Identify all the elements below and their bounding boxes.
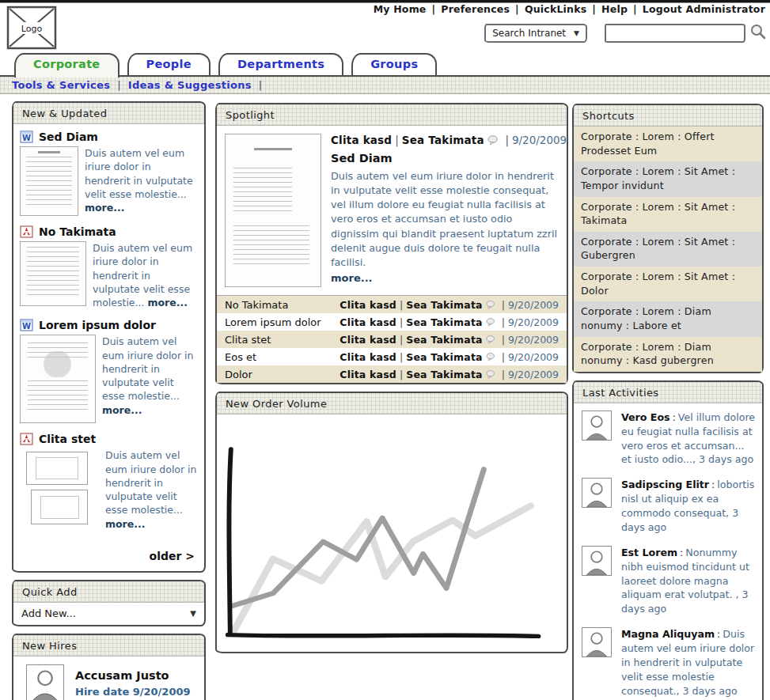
list-item: Magna Aliquyam:Duis autem vel eum iriure… [574,620,762,700]
nav-logout-administrator[interactable]: Logout Administrator [643,3,765,15]
row-title-link[interactable]: Eos et [225,351,256,363]
tab-people[interactable]: People [127,53,211,75]
more-link[interactable]: more... [331,272,373,284]
comment-icon[interactable] [486,318,495,327]
row-author: Clita kasd [339,334,396,346]
tab-corporate[interactable]: Corporate [14,53,119,78]
article-heading[interactable]: Sed Diam [331,152,559,165]
article-body: Duis autem vel eum iriure dolor in hendr… [331,169,559,270]
document-thumbnail[interactable] [20,146,78,216]
add-new-dropdown[interactable]: Add New... ▼ [13,603,204,625]
meta-separator: | [502,334,505,346]
last-activities-panel: Last Activities Vero Eos:Vel illum dolor… [572,380,764,700]
tab-departments[interactable]: Departments [218,53,343,75]
row-source: Sea Takimata [406,299,483,311]
article-source[interactable]: Sea Takimata [402,134,484,146]
table-row[interactable]: Lorem ipsum dolor Clita kasd|Sea Takimat… [217,313,567,331]
meta-separator: | [400,299,403,311]
nav-separator: | [432,3,436,15]
comment-icon[interactable] [486,335,495,344]
nav-separator: | [592,3,596,15]
avatar [582,411,612,441]
nav-preferences[interactable]: Preferences [441,3,510,15]
person-icon [583,630,610,656]
document-thumbnail[interactable] [20,241,86,306]
list-item: Vero Eos:Vel illum dolore eu feugiat nul… [574,403,762,471]
activity-user-link[interactable]: Magna Aliquyam [621,628,715,640]
comment-icon[interactable] [487,135,499,146]
search-button[interactable] [749,23,767,43]
row-author: Clita kasd [339,316,396,328]
document-title-link[interactable]: Clita stet [39,433,96,445]
subnav-tools-services[interactable]: Tools & Services [12,79,110,91]
shortcut-link[interactable]: Corporate : Lorem : Diam nonumy : Labore… [574,301,762,336]
avatar [582,627,612,657]
more-link[interactable]: more... [147,297,188,308]
nav-my-home[interactable]: My Home [374,3,427,15]
meta-separator: | [395,134,399,146]
table-row[interactable]: Eos et Clita kasd|Sea Takimata |9/20/200… [217,348,567,365]
chevron-down-icon: ▼ [574,29,579,37]
article-author[interactable]: Clita kasd [331,134,392,146]
more-link[interactable]: more... [102,404,142,416]
spotlight-panel: Spotlight Clita kasd|Sea Takimata |9/20/… [215,103,568,384]
row-title-link[interactable]: No Takimata [225,299,288,311]
subnav-separator: | [259,79,263,91]
add-new-label: Add New... [21,607,76,619]
person-icon [583,480,610,507]
person-icon [583,548,610,575]
comment-icon[interactable] [486,370,495,379]
hire-date-link[interactable]: Hire date 9/20/2009 [75,686,191,698]
comment-icon[interactable] [486,301,495,309]
table-row[interactable]: Clita stet Clita kasd|Sea Takimata |9/20… [217,331,567,348]
subnav-ideas-suggestions[interactable]: Ideas & Suggestions [128,79,252,91]
list-item: Sadipscing Elitr:lobortis nisl ut aliqui… [574,471,762,539]
article-thumbnail[interactable] [225,134,321,287]
panel-title: Last Activities [574,382,762,403]
search-scope-dropdown[interactable]: Search Intranet ▼ [484,24,587,43]
shortcut-link[interactable]: Corporate : Lorem : Diam nonumy : Kasd g… [574,337,762,372]
new-hires-panel: New Hires Accusam Justo Hire date 9/20/2… [12,634,206,700]
activity-user-link[interactable]: Vero Eos [621,411,670,423]
document-description: Duis autem vel eum iriure dolor in hendr… [105,448,198,531]
row-title-link[interactable]: Lorem ipsum dolor [225,316,321,328]
shortcut-link[interactable]: Corporate : Lorem : Sit Amet : Gubergren [574,232,762,267]
list-item: W Lorem ipsum dolor Duis autem vel eum i… [20,319,198,423]
meta-separator: | [400,334,403,346]
nav-quicklinks[interactable]: QuickLinks [525,3,586,15]
list-item: No Takimata Duis autem vel eum iriure do… [20,225,198,309]
tab-groups[interactable]: Groups [351,53,437,75]
table-row[interactable]: No Takimata Clita kasd|Sea Takimata |9/2… [217,296,567,313]
activity-user-link[interactable]: Sadipscing Elitr [621,479,709,490]
pdf-doc-icon [20,225,33,238]
document-thumbnail[interactable] [20,448,99,528]
comment-icon[interactable] [486,353,495,361]
shortcut-link[interactable]: Corporate : Lorem : Offert Prodesset Eum [574,127,762,161]
search-bar: Search Intranet ▼ [484,23,767,43]
shortcut-link[interactable]: Corporate : Lorem : Sit Amet : Takimata [574,197,762,232]
search-input[interactable] [605,24,745,43]
logo: Logo [6,6,57,53]
document-title-link[interactable]: Sed Diam [39,131,98,143]
shortcut-link[interactable]: Corporate : Lorem : Sit Amet : Tempor in… [574,161,762,196]
document-thumbnail[interactable] [20,335,96,423]
nav-help[interactable]: Help [601,3,628,15]
meta-separator: | [502,316,505,328]
row-title-link[interactable]: Clita stet [225,334,271,346]
word-doc-icon: W [20,319,33,331]
more-link[interactable]: more... [105,518,146,530]
row-source: Sea Takimata [406,369,483,380]
document-title-link[interactable]: Lorem ipsum dolor [39,319,156,331]
chart-y-axis [229,449,230,633]
row-author: Clita kasd [339,299,396,311]
document-title-link[interactable]: No Takimata [39,225,116,238]
more-link[interactable]: more... [85,202,125,214]
activity-user-link[interactable]: Est Lorem [621,547,677,558]
chart-line-light [234,505,531,630]
row-title-link[interactable]: Dolor [225,369,252,380]
table-row[interactable]: Dolor Clita kasd|Sea Takimata |9/20/2009 [217,365,567,383]
shortcut-link[interactable]: Corporate : Lorem : Sit Amet : Dolor [574,267,762,301]
older-link[interactable]: older > [150,550,195,562]
document-description: Duis autem vel eum iriure dolor in hendr… [93,241,198,309]
row-date: 9/20/2009 [508,299,559,311]
